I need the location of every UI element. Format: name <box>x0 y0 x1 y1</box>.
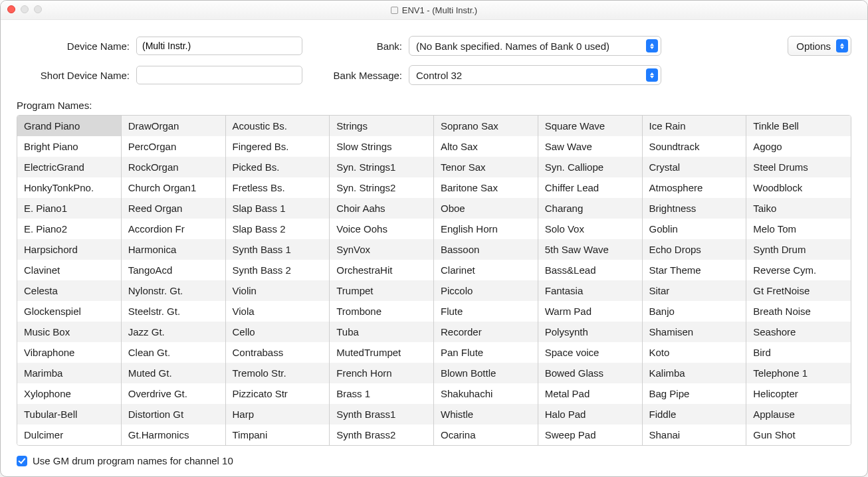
short-device-name-input[interactable] <box>136 66 302 84</box>
program-cell[interactable]: Bright Piano <box>17 136 121 157</box>
program-cell[interactable]: Goblin <box>643 219 746 239</box>
program-cell[interactable]: RockOrgan <box>122 157 225 177</box>
program-cell[interactable]: Sitar <box>643 280 746 301</box>
program-cell[interactable]: Alto Sax <box>434 136 538 157</box>
program-cell[interactable]: Bass&Lead <box>538 260 642 280</box>
program-cell[interactable]: Telephone 1 <box>746 363 851 383</box>
program-cell[interactable]: Viola <box>226 301 330 322</box>
program-cell[interactable]: Tubular-Bell <box>17 404 121 425</box>
program-cell[interactable]: Helicopter <box>746 383 851 404</box>
program-cell[interactable]: Overdrive Gt. <box>122 383 225 404</box>
program-cell[interactable]: Celesta <box>17 280 121 301</box>
program-cell[interactable]: Blown Bottle <box>434 363 538 383</box>
program-cell[interactable]: Applause <box>746 404 851 425</box>
program-cell[interactable]: Church Organ1 <box>122 177 225 198</box>
program-cell[interactable]: Fantasia <box>538 280 642 301</box>
program-cell[interactable]: Harp <box>226 404 330 425</box>
program-cell[interactable]: Steelstr. Gt. <box>122 301 225 322</box>
program-cell[interactable]: Halo Pad <box>538 404 642 425</box>
program-cell[interactable]: Synth Bass 2 <box>226 260 330 280</box>
program-cell[interactable]: Choir Aahs <box>330 198 433 219</box>
program-cell[interactable]: Gun Shot <box>746 425 851 445</box>
program-cell[interactable]: Breath Noise <box>746 301 851 322</box>
program-cell[interactable]: Melo Tom <box>746 219 851 239</box>
program-cell[interactable]: Brightness <box>643 198 746 219</box>
program-cell[interactable]: Saw Wave <box>538 136 642 157</box>
program-cell[interactable]: Timpani <box>226 425 330 445</box>
program-cell[interactable]: Woodblock <box>746 177 851 198</box>
program-cell[interactable]: Cello <box>226 322 330 342</box>
program-cell[interactable]: Star Theme <box>643 260 746 280</box>
program-cell[interactable]: Agogo <box>746 136 851 157</box>
program-cell[interactable]: Trumpet <box>330 280 433 301</box>
program-cell[interactable]: Space voice <box>538 342 642 363</box>
program-cell[interactable]: Echo Drops <box>643 239 746 260</box>
program-cell[interactable]: TangoAcd <box>122 260 225 280</box>
program-cell[interactable]: Synth Brass1 <box>330 404 433 425</box>
program-cell[interactable]: Taiko <box>746 198 851 219</box>
program-cell[interactable]: SynVox <box>330 239 433 260</box>
program-cell[interactable]: Slap Bass 2 <box>226 219 330 239</box>
program-cell[interactable]: Glockenspiel <box>17 301 121 322</box>
program-cell[interactable]: Synth Bass 1 <box>226 239 330 260</box>
program-cell[interactable]: Oboe <box>434 198 538 219</box>
program-cell[interactable]: OrchestraHit <box>330 260 433 280</box>
program-cell[interactable]: Atmosphere <box>643 177 746 198</box>
program-cell[interactable]: French Horn <box>330 363 433 383</box>
program-cell[interactable]: Syn. Strings1 <box>330 157 433 177</box>
program-cell[interactable]: Muted Gt. <box>122 363 225 383</box>
program-cell[interactable]: Shanai <box>643 425 746 445</box>
program-cell[interactable]: Picked Bs. <box>226 157 330 177</box>
device-name-input[interactable] <box>136 37 302 55</box>
program-cell[interactable]: DrawOrgan <box>122 116 225 136</box>
program-cell[interactable]: Synth Brass2 <box>330 425 433 445</box>
program-cell[interactable]: E. Piano2 <box>17 219 121 239</box>
program-cell[interactable]: Grand Piano <box>17 116 121 136</box>
program-cell[interactable]: Bassoon <box>434 239 538 260</box>
program-cell[interactable]: Slap Bass 1 <box>226 198 330 219</box>
program-cell[interactable]: Flute <box>434 301 538 322</box>
program-cell[interactable]: Slow Strings <box>330 136 433 157</box>
program-cell[interactable]: Ocarina <box>434 425 538 445</box>
program-cell[interactable]: Pizzicato Str <box>226 383 330 404</box>
gm-drum-checkbox[interactable] <box>17 456 27 466</box>
program-cell[interactable]: Warm Pad <box>538 301 642 322</box>
program-cell[interactable]: Charang <box>538 198 642 219</box>
program-cell[interactable]: Shakuhachi <box>434 383 538 404</box>
minimize-icon[interactable] <box>21 5 29 13</box>
program-cell[interactable]: Fiddle <box>643 404 746 425</box>
program-cell[interactable]: Square Wave <box>538 116 642 136</box>
program-cell[interactable]: Brass 1 <box>330 383 433 404</box>
program-cell[interactable]: Clean Gt. <box>122 342 225 363</box>
program-cell[interactable]: Crystal <box>643 157 746 177</box>
program-cell[interactable]: MutedTrumpet <box>330 342 433 363</box>
program-cell[interactable]: Baritone Sax <box>434 177 538 198</box>
program-cell[interactable]: E. Piano1 <box>17 198 121 219</box>
program-cell[interactable]: Soprano Sax <box>434 116 538 136</box>
program-cell[interactable]: ElectricGrand <box>17 157 121 177</box>
program-cell[interactable]: Recorder <box>434 322 538 342</box>
program-cell[interactable]: Banjo <box>643 301 746 322</box>
program-cell[interactable]: Koto <box>643 342 746 363</box>
program-cell[interactable]: Pan Flute <box>434 342 538 363</box>
program-cell[interactable]: Solo Vox <box>538 219 642 239</box>
program-cell[interactable]: Xylophone <box>17 383 121 404</box>
program-cell[interactable]: Vibraphone <box>17 342 121 363</box>
program-cell[interactable]: Nylonstr. Gt. <box>122 280 225 301</box>
program-cell[interactable]: Harpsichord <box>17 239 121 260</box>
program-cell[interactable]: Marimba <box>17 363 121 383</box>
program-cell[interactable]: Soundtrack <box>643 136 746 157</box>
program-cell[interactable]: Tinkle Bell <box>746 116 851 136</box>
bank-select[interactable]: (No Bank specified. Names of Bank 0 used… <box>409 36 661 56</box>
program-cell[interactable]: Voice Oohs <box>330 219 433 239</box>
program-cell[interactable]: Violin <box>226 280 330 301</box>
program-cell[interactable]: Fretless Bs. <box>226 177 330 198</box>
program-cell[interactable]: Tuba <box>330 322 433 342</box>
program-cell[interactable]: Music Box <box>17 322 121 342</box>
program-cell[interactable]: Chiffer Lead <box>538 177 642 198</box>
program-cell[interactable]: Polysynth <box>538 322 642 342</box>
program-cell[interactable]: Seashore <box>746 322 851 342</box>
program-cell[interactable]: Syn. Strings2 <box>330 177 433 198</box>
program-cell[interactable]: Acoustic Bs. <box>226 116 330 136</box>
program-cell[interactable]: PercOrgan <box>122 136 225 157</box>
